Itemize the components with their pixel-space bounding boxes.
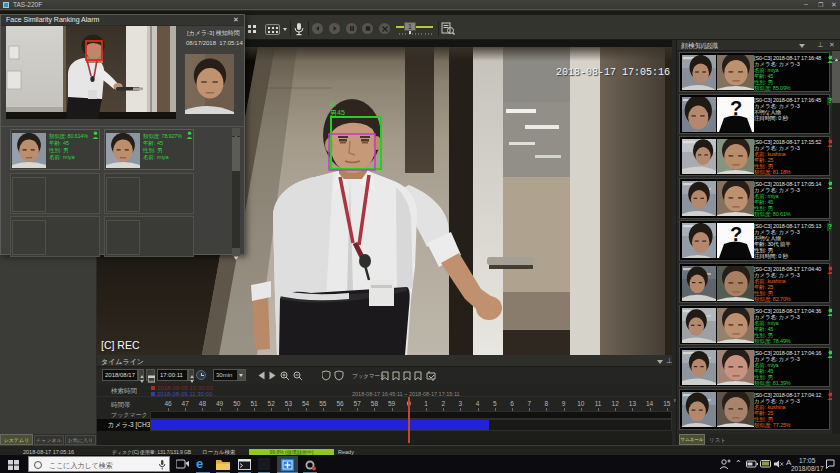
svg-text:?: ? <box>730 97 742 119</box>
svg-text:顔: 顔 <box>330 100 336 107</box>
svg-text:2018-08-17 17:05:16: 2018-08-17 17:05:16 <box>556 67 670 78</box>
svg-text:?: ? <box>730 223 742 245</box>
svg-text:[C] REC: [C] REC <box>101 339 140 351</box>
svg-text:男45: 男45 <box>330 109 345 117</box>
